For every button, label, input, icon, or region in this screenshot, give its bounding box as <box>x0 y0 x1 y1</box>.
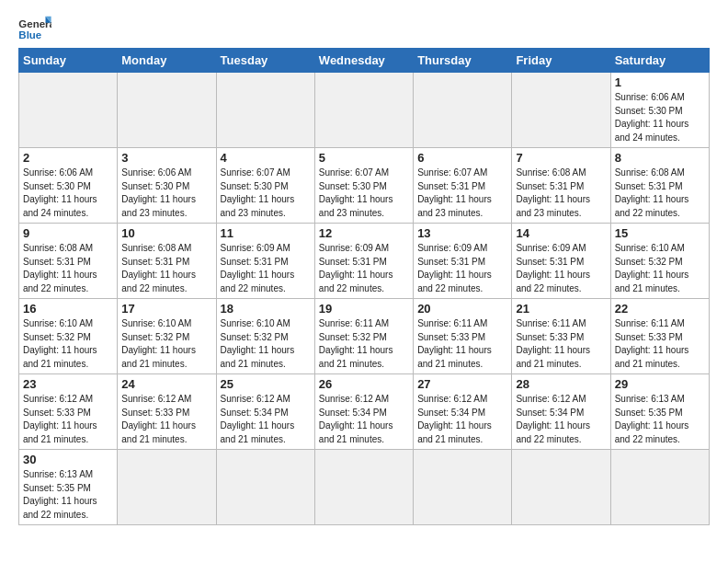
calendar-day-cell: 11Sunrise: 6:09 AM Sunset: 5:31 PM Dayli… <box>216 224 314 299</box>
day-number: 23 <box>23 377 113 391</box>
calendar-day-cell <box>314 73 413 148</box>
calendar-day-cell: 29Sunrise: 6:13 AM Sunset: 5:35 PM Dayli… <box>610 374 709 450</box>
calendar-day-cell: 6Sunrise: 6:07 AM Sunset: 5:31 PM Daylig… <box>414 148 512 224</box>
day-number: 7 <box>516 151 606 165</box>
day-number: 5 <box>319 151 409 165</box>
day-info: Sunrise: 6:12 AM Sunset: 5:34 PM Dayligh… <box>221 393 311 446</box>
logo: General Blue <box>18 15 51 42</box>
calendar-day-cell: 30Sunrise: 6:13 AM Sunset: 5:35 PM Dayli… <box>19 450 118 525</box>
calendar-day-cell: 7Sunrise: 6:08 AM Sunset: 5:31 PM Daylig… <box>512 148 610 224</box>
calendar-day-cell <box>118 450 216 525</box>
calendar-day-cell: 22Sunrise: 6:11 AM Sunset: 5:33 PM Dayli… <box>610 299 709 374</box>
calendar-day-cell <box>19 73 118 148</box>
day-number: 13 <box>417 226 507 240</box>
day-info: Sunrise: 6:06 AM Sunset: 5:30 PM Dayligh… <box>23 167 113 220</box>
calendar-weekday-wednesday: Wednesday <box>314 49 413 73</box>
day-number: 10 <box>121 226 211 240</box>
calendar-day-cell: 21Sunrise: 6:11 AM Sunset: 5:33 PM Dayli… <box>512 299 610 374</box>
day-number: 2 <box>23 151 113 165</box>
calendar-week-row: 23Sunrise: 6:12 AM Sunset: 5:33 PM Dayli… <box>19 374 710 450</box>
calendar-weekday-thursday: Thursday <box>414 49 512 73</box>
day-info: Sunrise: 6:10 AM Sunset: 5:32 PM Dayligh… <box>23 317 113 371</box>
day-number: 27 <box>417 377 507 391</box>
day-number: 3 <box>121 151 211 165</box>
day-info: Sunrise: 6:11 AM Sunset: 5:33 PM Dayligh… <box>615 317 705 371</box>
day-info: Sunrise: 6:08 AM Sunset: 5:31 PM Dayligh… <box>615 167 705 220</box>
calendar-day-cell: 25Sunrise: 6:12 AM Sunset: 5:34 PM Dayli… <box>216 374 314 450</box>
day-number: 29 <box>615 377 705 391</box>
day-info: Sunrise: 6:08 AM Sunset: 5:31 PM Dayligh… <box>121 242 211 295</box>
calendar-day-cell: 12Sunrise: 6:09 AM Sunset: 5:31 PM Dayli… <box>314 224 413 299</box>
day-info: Sunrise: 6:12 AM Sunset: 5:34 PM Dayligh… <box>319 393 409 446</box>
calendar-weekday-friday: Friday <box>512 49 610 73</box>
calendar-day-cell: 27Sunrise: 6:12 AM Sunset: 5:34 PM Dayli… <box>414 374 512 450</box>
day-number: 8 <box>615 151 705 165</box>
day-number: 12 <box>319 226 409 240</box>
day-number: 25 <box>221 377 311 391</box>
calendar-day-cell: 16Sunrise: 6:10 AM Sunset: 5:32 PM Dayli… <box>19 299 118 374</box>
day-number: 14 <box>516 226 606 240</box>
day-number: 4 <box>221 151 311 165</box>
calendar-weekday-monday: Monday <box>118 49 216 73</box>
day-info: Sunrise: 6:11 AM Sunset: 5:33 PM Dayligh… <box>516 317 606 371</box>
generalblue-logo-icon: General Blue <box>18 15 51 42</box>
day-info: Sunrise: 6:07 AM Sunset: 5:30 PM Dayligh… <box>221 167 311 220</box>
day-info: Sunrise: 6:07 AM Sunset: 5:31 PM Dayligh… <box>417 167 507 220</box>
calendar-week-row: 16Sunrise: 6:10 AM Sunset: 5:32 PM Dayli… <box>19 299 710 374</box>
calendar-day-cell: 18Sunrise: 6:10 AM Sunset: 5:32 PM Dayli… <box>216 299 314 374</box>
day-number: 11 <box>221 226 311 240</box>
calendar-weekday-saturday: Saturday <box>610 49 709 73</box>
calendar-day-cell <box>216 73 314 148</box>
calendar-header-row: SundayMondayTuesdayWednesdayThursdayFrid… <box>19 49 710 73</box>
day-info: Sunrise: 6:10 AM Sunset: 5:32 PM Dayligh… <box>121 317 211 371</box>
day-info: Sunrise: 6:07 AM Sunset: 5:30 PM Dayligh… <box>319 167 409 220</box>
calendar-weekday-sunday: Sunday <box>19 49 118 73</box>
calendar-day-cell: 23Sunrise: 6:12 AM Sunset: 5:33 PM Dayli… <box>19 374 118 450</box>
day-number: 26 <box>319 377 409 391</box>
page-header: General Blue <box>18 15 710 42</box>
calendar-day-cell <box>414 73 512 148</box>
day-info: Sunrise: 6:10 AM Sunset: 5:32 PM Dayligh… <box>221 317 311 371</box>
calendar-day-cell: 19Sunrise: 6:11 AM Sunset: 5:32 PM Dayli… <box>314 299 413 374</box>
calendar-day-cell: 24Sunrise: 6:12 AM Sunset: 5:33 PM Dayli… <box>118 374 216 450</box>
day-info: Sunrise: 6:08 AM Sunset: 5:31 PM Dayligh… <box>23 242 113 295</box>
day-info: Sunrise: 6:11 AM Sunset: 5:33 PM Dayligh… <box>417 317 507 371</box>
day-number: 30 <box>23 453 113 466</box>
calendar-week-row: 1Sunrise: 6:06 AM Sunset: 5:30 PM Daylig… <box>19 73 710 148</box>
day-info: Sunrise: 6:12 AM Sunset: 5:34 PM Dayligh… <box>516 393 606 446</box>
calendar-day-cell <box>118 73 216 148</box>
day-number: 1 <box>615 75 705 89</box>
day-number: 17 <box>121 302 211 316</box>
calendar-day-cell: 13Sunrise: 6:09 AM Sunset: 5:31 PM Dayli… <box>414 224 512 299</box>
day-number: 15 <box>615 226 705 240</box>
calendar-day-cell: 10Sunrise: 6:08 AM Sunset: 5:31 PM Dayli… <box>118 224 216 299</box>
day-info: Sunrise: 6:08 AM Sunset: 5:31 PM Dayligh… <box>516 167 606 220</box>
day-number: 6 <box>417 151 507 165</box>
calendar-day-cell: 9Sunrise: 6:08 AM Sunset: 5:31 PM Daylig… <box>19 224 118 299</box>
calendar-day-cell: 2Sunrise: 6:06 AM Sunset: 5:30 PM Daylig… <box>19 148 118 224</box>
calendar-day-cell: 28Sunrise: 6:12 AM Sunset: 5:34 PM Dayli… <box>512 374 610 450</box>
day-number: 21 <box>516 302 606 316</box>
day-info: Sunrise: 6:09 AM Sunset: 5:31 PM Dayligh… <box>516 242 606 295</box>
calendar-day-cell <box>610 450 709 525</box>
day-number: 24 <box>121 377 211 391</box>
day-number: 16 <box>23 302 113 316</box>
calendar-day-cell <box>216 450 314 525</box>
calendar-week-row: 9Sunrise: 6:08 AM Sunset: 5:31 PM Daylig… <box>19 224 710 299</box>
calendar-day-cell: 14Sunrise: 6:09 AM Sunset: 5:31 PM Dayli… <box>512 224 610 299</box>
calendar-day-cell: 17Sunrise: 6:10 AM Sunset: 5:32 PM Dayli… <box>118 299 216 374</box>
calendar-weekday-tuesday: Tuesday <box>216 49 314 73</box>
day-info: Sunrise: 6:11 AM Sunset: 5:32 PM Dayligh… <box>319 317 409 371</box>
day-info: Sunrise: 6:13 AM Sunset: 5:35 PM Dayligh… <box>23 468 113 522</box>
day-info: Sunrise: 6:06 AM Sunset: 5:30 PM Dayligh… <box>121 167 211 220</box>
calendar-day-cell: 1Sunrise: 6:06 AM Sunset: 5:30 PM Daylig… <box>610 73 709 148</box>
day-info: Sunrise: 6:12 AM Sunset: 5:34 PM Dayligh… <box>417 393 507 446</box>
day-info: Sunrise: 6:06 AM Sunset: 5:30 PM Dayligh… <box>615 91 705 144</box>
day-number: 22 <box>615 302 705 316</box>
calendar-day-cell: 4Sunrise: 6:07 AM Sunset: 5:30 PM Daylig… <box>216 148 314 224</box>
calendar-week-row: 30Sunrise: 6:13 AM Sunset: 5:35 PM Dayli… <box>19 450 710 525</box>
day-number: 28 <box>516 377 606 391</box>
calendar-day-cell <box>414 450 512 525</box>
day-info: Sunrise: 6:12 AM Sunset: 5:33 PM Dayligh… <box>23 393 113 446</box>
calendar-day-cell: 3Sunrise: 6:06 AM Sunset: 5:30 PM Daylig… <box>118 148 216 224</box>
